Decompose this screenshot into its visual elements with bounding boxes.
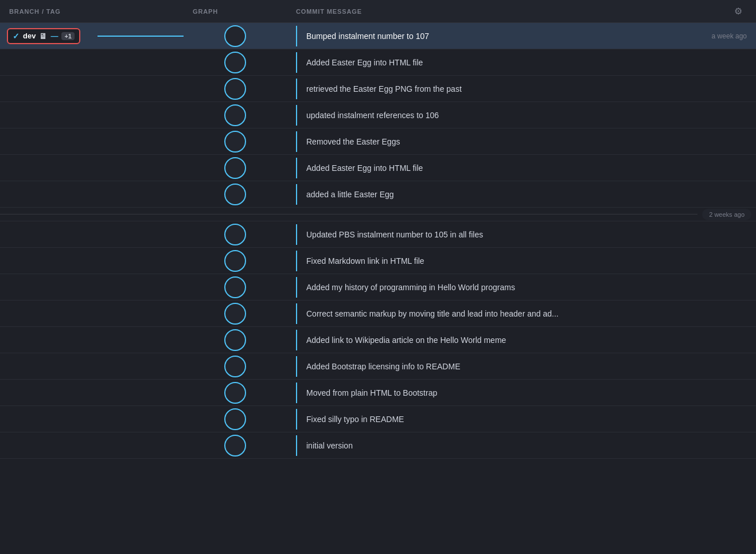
branch-name: dev xyxy=(23,32,36,40)
pipe-divider xyxy=(296,52,297,73)
commit-row[interactable]: Correct semantic markup by moving title … xyxy=(0,301,756,327)
pipe-divider xyxy=(296,330,297,350)
monitor-icon: 🖥 xyxy=(39,32,47,41)
commit-node[interactable] xyxy=(224,250,246,272)
pipe-divider xyxy=(296,303,297,324)
graph-cell xyxy=(184,356,287,377)
time-label: 2 weeks ago xyxy=(702,209,751,220)
commit-row[interactable]: Added my history of programming in Hello… xyxy=(0,274,756,301)
graph-cell xyxy=(184,25,287,47)
message-cell: retrieved the Easter Egg PNG from the pa… xyxy=(287,79,756,99)
graph-cell xyxy=(184,157,287,179)
pipe-divider xyxy=(296,409,297,430)
commit-row[interactable]: ✓ dev 🖥 — +1 Bumped instalment number to… xyxy=(0,23,756,49)
pipe-divider xyxy=(296,184,297,205)
commit-row[interactable]: Updated PBS instalment number to 105 in … xyxy=(0,221,756,248)
commit-row[interactable]: Added Bootstrap licensing info to README xyxy=(0,353,756,380)
commit-row[interactable]: Added Easter Egg into HTML file xyxy=(0,49,756,76)
commit-row[interactable]: updated instalment references to 106 xyxy=(0,102,756,128)
message-cell: Removed the Easter Eggs xyxy=(287,131,756,152)
commit-row[interactable]: Fixed silly typo in README xyxy=(0,406,756,432)
commit-message: Added Easter Egg into HTML file xyxy=(306,58,423,67)
message-cell: Fixed Markdown link in HTML file xyxy=(287,251,756,271)
graph-cell xyxy=(184,104,287,126)
graph-cell xyxy=(184,78,287,100)
commit-row[interactable]: Fixed Markdown link in HTML file xyxy=(0,248,756,274)
commit-node[interactable] xyxy=(224,78,246,100)
pipe-divider xyxy=(296,277,297,298)
pipe-divider xyxy=(296,131,297,152)
commit-message: added a little Easter Egg xyxy=(306,190,394,199)
time-ago-label: a week ago xyxy=(712,32,747,40)
commit-node[interactable] xyxy=(224,52,246,73)
commit-message: Bumped instalment number to 107 xyxy=(306,32,429,41)
commit-row[interactable]: Added link to Wikipedia article on the H… xyxy=(0,327,756,353)
commit-row[interactable]: initial version xyxy=(0,432,756,459)
graph-cell xyxy=(184,131,287,153)
graph-cell xyxy=(184,329,287,351)
commit-node[interactable] xyxy=(224,382,246,404)
graph-cell xyxy=(184,276,287,298)
message-cell: Added Bootstrap licensing info to README xyxy=(287,356,756,377)
commit-message: Removed the Easter Eggs xyxy=(306,137,400,146)
graph-cell xyxy=(184,303,287,325)
gear-icon[interactable]: ⚙ xyxy=(734,6,742,16)
message-cell: Added Easter Egg into HTML file xyxy=(287,158,756,178)
commit-row[interactable]: Moved from plain HTML to Bootstrap xyxy=(0,380,756,406)
commit-node[interactable] xyxy=(224,435,246,457)
commit-message: Added link to Wikipedia article on the H… xyxy=(306,335,506,345)
commit-node[interactable] xyxy=(224,303,246,325)
commit-node[interactable] xyxy=(224,131,246,153)
pipe-divider xyxy=(296,79,297,99)
message-cell: Fixed silly typo in README xyxy=(287,409,756,430)
message-cell: initial version xyxy=(287,435,756,456)
pipe-divider xyxy=(296,224,297,245)
commit-node[interactable] xyxy=(224,25,246,47)
commit-row[interactable]: retrieved the Easter Egg PNG from the pa… xyxy=(0,76,756,102)
pipe-divider xyxy=(296,383,297,403)
message-cell: Added Easter Egg into HTML file xyxy=(287,52,756,73)
message-cell: updated instalment references to 106 xyxy=(287,105,756,126)
commit-node[interactable] xyxy=(224,184,246,205)
branch-tag[interactable]: ✓ dev 🖥 — +1 xyxy=(7,28,80,44)
commit-node[interactable] xyxy=(224,329,246,351)
commit-node[interactable] xyxy=(224,276,246,298)
graph-cell xyxy=(184,224,287,245)
commit-node[interactable] xyxy=(224,356,246,377)
message-cell: Bumped instalment number to 107 a week a… xyxy=(287,26,756,46)
message-cell: Added my history of programming in Hello… xyxy=(287,277,756,298)
pipe-divider xyxy=(296,435,297,456)
col-header-branch: BRANCH / TAG xyxy=(9,8,193,15)
settings-button[interactable]: ⚙ xyxy=(730,6,747,17)
commit-node[interactable] xyxy=(224,104,246,126)
commit-row[interactable]: added a little Easter Egg xyxy=(0,181,756,208)
commit-message: Added Easter Egg into HTML file xyxy=(306,163,423,173)
commit-message: updated instalment references to 106 xyxy=(306,111,439,120)
commit-message: retrieved the Easter Egg PNG from the pa… xyxy=(306,84,462,93)
graph-cell xyxy=(184,408,287,430)
message-cell: Correct semantic markup by moving title … xyxy=(287,303,756,324)
commit-message: Added Bootstrap licensing info to README xyxy=(306,362,460,371)
commit-message: Correct semantic markup by moving title … xyxy=(306,309,559,318)
commit-row[interactable]: Added Easter Egg into HTML file xyxy=(0,155,756,181)
pipe-divider xyxy=(296,356,297,377)
message-cell: Added link to Wikipedia article on the H… xyxy=(287,330,756,350)
header-row: BRANCH / TAG GRAPH COMMIT MESSAGE ⚙ xyxy=(0,0,756,23)
pipe-divider xyxy=(296,105,297,126)
commit-node[interactable] xyxy=(224,408,246,430)
col-header-message: COMMIT MESSAGE xyxy=(296,8,730,15)
commit-row[interactable]: Removed the Easter Eggs xyxy=(0,128,756,155)
col-header-graph: GRAPH xyxy=(193,8,296,15)
graph-cell xyxy=(184,250,287,272)
commit-node[interactable] xyxy=(224,157,246,179)
graph-cell xyxy=(184,435,287,457)
commit-node[interactable] xyxy=(224,224,246,245)
message-cell: added a little Easter Egg xyxy=(287,184,756,205)
message-cell: Moved from plain HTML to Bootstrap xyxy=(287,383,756,403)
pipe-divider xyxy=(296,158,297,178)
commit-message: Moved from plain HTML to Bootstrap xyxy=(306,388,437,397)
commit-message: Added my history of programming in Hello… xyxy=(306,283,515,292)
graph-cell xyxy=(184,52,287,73)
commit-message: Fixed Markdown link in HTML file xyxy=(306,256,424,266)
time-separator: 2 weeks ago xyxy=(0,208,756,221)
